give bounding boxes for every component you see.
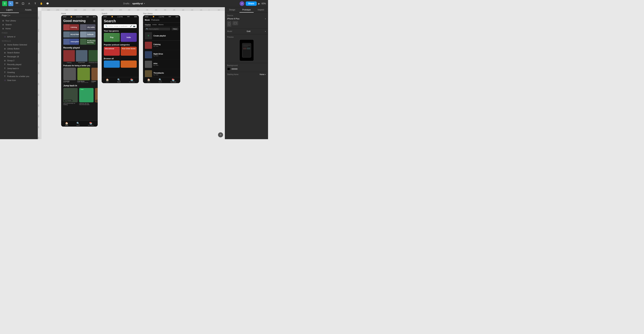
lib-tab-music[interactable]: Music <box>145 19 150 21</box>
play-icon[interactable]: ▶ <box>258 2 260 5</box>
podcast-cat-educational[interactable]: Educational <box>104 47 120 56</box>
music-card-solitude[interactable]: Solitude <box>80 31 96 37</box>
genre-pop[interactable]: Pop <box>104 33 120 42</box>
menu-btn[interactable]: ☰ <box>2 1 7 6</box>
browse-blue[interactable] <box>104 60 120 68</box>
jb-cozy-reading[interactable]: Cozy Reading Soft instrumentals for read… <box>63 88 78 105</box>
canvas: -1800 -1700 -1600 -1500 -1400 -1300 -120… <box>38 7 225 139</box>
shape-tool-btn[interactable] <box>20 1 26 6</box>
tab-assets[interactable]: Assets <box>19 7 38 13</box>
search-nav-library[interactable]: 📚 Your Library <box>129 78 135 82</box>
lib-nav-home[interactable]: 🏠 Home <box>147 78 150 82</box>
search-phone-frame[interactable]: AT&T 📶 1:13 PM WiFi 69% Search 🔍 Artists… <box>102 15 139 83</box>
select-tool-btn[interactable]: ↖ <box>8 1 13 6</box>
user-avatar[interactable]: J <box>240 1 244 6</box>
home-phone-frame[interactable]: AT&T 📶 10:12 AM WiFi 82% Good morning ⚙ <box>61 15 98 127</box>
library-filters-btn[interactable]: Filters <box>172 28 178 30</box>
lib-subtab-playlists[interactable]: Playlists <box>145 23 151 26</box>
nav-search[interactable]: 🔍 Search <box>76 122 80 126</box>
home-gear-icon[interactable]: ⚙ <box>93 19 96 22</box>
tab-prototype[interactable]: Prototype <box>240 7 254 12</box>
device-selector[interactable]: iPhone 8 Plus ▾ <box>227 17 266 20</box>
lib-nav-search[interactable]: 🔍 Search <box>158 78 162 82</box>
layer-jump-back-in[interactable]: T Jump back in <box>0 66 38 70</box>
layer-home-btn-selected[interactable]: ⊞ Home Button Selected <box>0 43 38 47</box>
hand-tool-btn[interactable]: ✋ <box>39 1 44 6</box>
layer-gear-icon[interactable]: ◻ Gear Icon <box>0 78 38 82</box>
page-selector[interactable]: Page 1 ▾ <box>0 13 38 18</box>
rp-item-roadtrip[interactable]: ROADTRIP! <box>76 50 88 63</box>
lib-item-misc[interactable]: misc by Jose <box>143 60 180 69</box>
svg-rect-1 <box>17 2 18 3</box>
lib-item-night-drive[interactable]: Night Drive by Jose <box>143 50 180 60</box>
layer-greeting[interactable]: T Greeting <box>0 70 38 74</box>
lib-thumb <box>145 61 152 68</box>
svg-rect-0 <box>16 2 17 3</box>
model-label: Model <box>227 30 232 32</box>
lib-time: 1:12 PM <box>159 16 164 17</box>
portrait-icon[interactable] <box>227 21 231 26</box>
layer-group2[interactable]: ⊞ Group 2 <box>0 59 38 62</box>
podcast-food-stories[interactable]: Food Stories Show · Digital Nomads <box>77 68 90 83</box>
nav-home[interactable]: 🏠 Home <box>65 122 68 126</box>
lib-subtab-albums[interactable]: Albums <box>158 23 164 26</box>
rp-item-calming[interactable]: Calming <box>63 50 75 63</box>
tab-layers[interactable]: Layers <box>0 7 19 13</box>
layer-search-btn[interactable]: ⊞ Search Button <box>0 51 38 55</box>
tab-design[interactable]: Design <box>225 7 240 12</box>
layer-label: Home <box>6 27 10 30</box>
library-screen: AT&T 📶 1:12 PM WiFi 69% Music Podcasts <box>143 15 180 83</box>
library-create-row[interactable]: + Create playlist <box>143 31 180 41</box>
search-nav-search[interactable]: 🔍 Search <box>117 78 120 82</box>
jb-urban[interactable]: Urban Uptempo hip-hop instrumental beats <box>79 88 94 105</box>
jb-explore[interactable]: Expe... <box>95 88 98 105</box>
layer-recently-played[interactable]: T Recently played <box>0 62 38 66</box>
layer-your-library[interactable]: ⊞ Your Library <box>0 19 38 23</box>
lib-nav-home-label: Home <box>147 81 150 82</box>
lib-item-calming[interactable]: Calming by Jose <box>143 41 180 50</box>
lib-wifi: WiFi <box>168 16 171 17</box>
landscape-icon[interactable] <box>232 21 238 25</box>
music-card-citywalks[interactable]: city walks <box>80 24 96 30</box>
zoom-level[interactable]: 60% <box>262 2 266 5</box>
share-button[interactable]: Share <box>246 1 257 6</box>
lib-subtab-artists[interactable]: Artists <box>152 23 157 26</box>
nav-library[interactable]: 📚 Your Library <box>88 122 94 126</box>
podcast-cat-true-crime[interactable]: True Crime Scene <box>121 47 137 56</box>
pen-tool-btn[interactable] <box>26 1 32 6</box>
podcast-forever[interactable]: Forever... Show... <box>92 68 98 83</box>
rp-label: ROADTRIP! <box>76 62 88 63</box>
search-frame-label: Search <box>102 12 139 14</box>
text-tool-btn[interactable]: T <box>33 1 38 6</box>
layer-library-btn[interactable]: ⊞ Library Button <box>0 47 38 51</box>
library-search-bar[interactable]: 🔍 Find in playlists <box>145 28 170 30</box>
music-card-roadtrip[interactable]: ROADTRIP! <box>63 31 79 37</box>
search-nav-home[interactable]: 🏠 Home <box>106 78 109 82</box>
rp-item-productive[interactable]: Productive Morning <box>88 50 98 63</box>
starting-frame-value-row[interactable]: Home ▾ <box>260 73 266 75</box>
tab-inspect[interactable]: Inspect <box>254 7 268 12</box>
dropdown-icon[interactable]: ▾ <box>144 2 145 4</box>
bg-color-swatch[interactable] <box>227 67 230 70</box>
layer-label: Rectangle 18 <box>7 55 19 58</box>
layer-iphone-ui[interactable]: ◻ Iphone ui <box>0 35 38 39</box>
help-button[interactable]: ? <box>218 132 223 137</box>
music-card-atmospheric[interactable]: Atmospheric <box>63 39 79 45</box>
layer-podcasts[interactable]: T Podcasts for a better you <box>0 74 38 78</box>
music-card-productive[interactable]: Productive Morning <box>80 39 96 45</box>
layer-search[interactable]: ⊞ Search <box>0 23 38 26</box>
frame-tool-btn[interactable] <box>14 1 20 6</box>
podcast-connected[interactable]: Connected Show · NPR <box>63 68 76 83</box>
browse-orange[interactable] <box>121 60 137 68</box>
music-card-calming[interactable]: Calming <box>63 24 79 30</box>
lib-tab-podcasts[interactable]: Podcasts <box>151 19 159 21</box>
library-phone-frame[interactable]: AT&T 📶 1:12 PM WiFi 69% Music Podcasts <box>143 15 180 83</box>
home-nav: 🏠 Home 🔍 Search 📚 Your Library <box>61 121 98 127</box>
lib-nav-library[interactable]: 📚 Your Library <box>170 78 176 82</box>
comment-tool-btn[interactable]: 💬 <box>45 1 50 6</box>
model-value[interactable]: Gold <box>247 30 250 32</box>
search-input-bar[interactable]: 🔍 Artists, songs, or podcasts 🎤 📷 <box>104 24 137 28</box>
layer-rect18[interactable]: Rectangle 18 <box>0 55 38 59</box>
genre-indie[interactable]: Indie <box>121 33 137 42</box>
layer-home[interactable]: ⊞ Home <box>0 26 38 30</box>
